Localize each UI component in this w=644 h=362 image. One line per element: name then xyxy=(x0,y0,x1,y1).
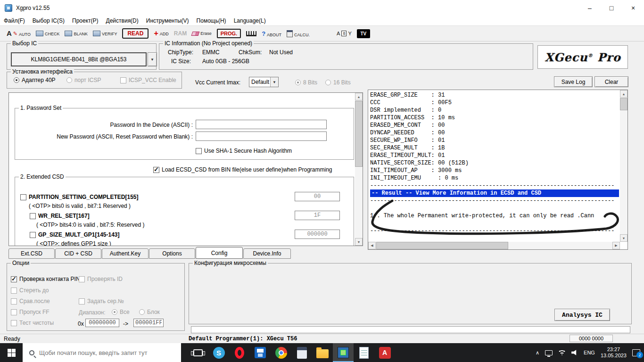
scrollbar-thumb[interactable] xyxy=(376,242,508,249)
tab-ext-csd[interactable]: Ext.CSD xyxy=(8,248,55,259)
icsp-vcc-checkbox[interactable]: ICSP_VCC Enable xyxy=(120,77,176,83)
log-vscrollbar[interactable] xyxy=(620,90,627,242)
speaker-icon[interactable] xyxy=(571,350,578,356)
taskbar-app-xgpro[interactable] xyxy=(333,343,354,362)
calculator-button[interactable]: CALCU. xyxy=(287,30,310,37)
gp-size-mult-checkbox[interactable]: GP_SIZE_MULT_GP1[145-143] xyxy=(30,231,120,238)
compare-after-checkbox[interactable]: Срав.после xyxy=(11,298,50,304)
scroll-left-button[interactable]: ◀ xyxy=(368,242,376,249)
taskbar-app-skype[interactable]: S xyxy=(208,343,229,362)
menu-project[interactable]: Проект(P) xyxy=(68,17,102,24)
pin-check-checkbox[interactable]: Проверка контакта PIN xyxy=(11,276,80,282)
erase-button[interactable]: Erase xyxy=(192,31,212,36)
tray-chevron-icon[interactable]: ∧ xyxy=(536,350,539,356)
device-password-input[interactable] xyxy=(196,120,327,129)
scroll-right-button[interactable]: ▶ xyxy=(612,242,620,249)
erase-to-checkbox[interactable]: Стереть до xyxy=(11,287,49,294)
bits8-radio[interactable]: 8 Bits xyxy=(295,79,317,86)
purity-test-checkbox[interactable]: Тест чистоты xyxy=(11,320,54,326)
clock[interactable]: 23:27 13.05.2023 xyxy=(601,346,627,359)
log-separator: ----------------------------------------… xyxy=(370,197,619,205)
bits16-radio[interactable]: 16 Bits xyxy=(325,79,351,86)
range-block-radio[interactable]: Блок xyxy=(139,309,160,315)
minimize-button[interactable]: – xyxy=(579,0,601,16)
taskbar-search[interactable] xyxy=(23,343,181,362)
menu-actions[interactable]: Действия(D) xyxy=(102,17,142,24)
close-button[interactable]: × xyxy=(622,0,644,16)
prog-button[interactable]: PROG. xyxy=(217,29,241,38)
tv-button[interactable]: TV xyxy=(357,29,370,38)
clear-button[interactable]: Clear xyxy=(594,76,628,87)
menu-file[interactable]: Файл(F) xyxy=(0,17,29,24)
sha1-checkbox[interactable]: Use SHA-1 Secure Hash Algorithm xyxy=(196,148,292,154)
taskbar-app-acrobat[interactable]: A xyxy=(374,343,395,362)
read-button[interactable]: READ xyxy=(122,28,149,39)
scroll-up-button[interactable]: ▲ xyxy=(355,93,363,100)
skip-ff-checkbox[interactable]: Пропуск FF xyxy=(11,309,50,315)
gp-size-mult-value[interactable] xyxy=(295,230,340,239)
save-log-button[interactable]: Save Log xyxy=(554,76,593,87)
check-button[interactable]: CHECK xyxy=(36,31,60,36)
start-button[interactable] xyxy=(0,343,23,362)
scrollbar-thumb[interactable] xyxy=(355,101,363,167)
load-ecsd-checkbox[interactable]: Load ECSD_CSD from BIN file(else user de… xyxy=(153,166,332,173)
pencil-icon: ✎ xyxy=(13,31,17,37)
statusbar: Ready Default Programmer(1): XGecu T56 xyxy=(0,334,644,343)
address-from-input[interactable] xyxy=(85,319,119,327)
taskbar-app-calculator[interactable] xyxy=(291,343,312,362)
wr-rel-set-value[interactable] xyxy=(295,211,340,220)
tab-cid-csd[interactable]: CID + CSD xyxy=(55,248,101,259)
scrollbar-thumb[interactable] xyxy=(620,98,627,110)
log-result-line: -- Result -- View More Information in EC… xyxy=(370,189,619,197)
tab-options[interactable]: Options xyxy=(149,248,195,259)
range-all-radio[interactable]: Все xyxy=(112,309,130,315)
check-id-checkbox[interactable]: Проверять ID xyxy=(79,276,123,282)
ram-button[interactable]: RAM xyxy=(174,30,187,37)
task-view-button[interactable] xyxy=(188,343,208,362)
socket-button[interactable] xyxy=(246,31,256,36)
taskbar-app-chrome[interactable] xyxy=(271,343,291,362)
partition-setting-checkbox[interactable]: PARTITION_SETTING_COMPLETED[155] xyxy=(20,194,138,200)
taskbar-app-opera[interactable] xyxy=(229,343,250,362)
about-button[interactable]: ? ABOUT xyxy=(262,30,281,37)
tab-config[interactable]: Config xyxy=(196,247,243,259)
adapter-40p-radio[interactable]: Адаптер 40P xyxy=(14,77,56,83)
blank-button[interactable]: BLANK xyxy=(65,31,88,36)
maximize-button[interactable]: □ xyxy=(601,0,622,16)
ic-select-combo[interactable]: KLM8G1GEME-B041_8Bit @BGA153 xyxy=(11,52,147,66)
search-input[interactable] xyxy=(39,349,176,356)
analyze-ic-button[interactable]: Analysys IC xyxy=(554,309,610,321)
menu-select-ic[interactable]: Выбор IC(S) xyxy=(29,17,68,24)
add-button[interactable]: + ADD xyxy=(154,31,168,36)
vcc-current-select[interactable]: Default ▼ xyxy=(249,77,279,87)
scroll-down-button[interactable]: ▼ xyxy=(355,238,363,246)
window-controls: – □ × xyxy=(579,0,644,16)
log-parameters: ERASE_GRP_SIZE : 31CCC : 00F5DSR impleme… xyxy=(370,91,619,182)
scroll-up-button[interactable]: ▲ xyxy=(620,90,627,98)
tab-device-info[interactable]: Device.Info xyxy=(243,248,291,259)
erase-label: Erase xyxy=(200,31,212,36)
taskbar-app-save[interactable] xyxy=(250,343,271,362)
taskbar-app-notepad[interactable] xyxy=(354,343,374,362)
taskbar-app-explorer[interactable] xyxy=(312,343,333,362)
new-password-input[interactable] xyxy=(196,132,327,141)
verify-button[interactable]: VERIFY xyxy=(93,31,117,36)
menu-tools[interactable]: Инструменты(V) xyxy=(142,17,193,24)
ic-select-dropdown-button[interactable]: ▼ xyxy=(148,52,157,66)
address-to-input[interactable] xyxy=(133,319,164,327)
wifi-icon[interactable] xyxy=(558,350,566,355)
menu-language[interactable]: Language(L) xyxy=(230,17,270,24)
tab-authent-key[interactable]: Authent.Key xyxy=(102,248,149,259)
scroll-down-button[interactable]: ▼ xyxy=(620,234,627,242)
wr-rel-set-checkbox[interactable]: WR_REL_SET[167] xyxy=(30,213,90,219)
auto-button[interactable]: A ✎ AUTO xyxy=(7,30,31,37)
partition-setting-value[interactable] xyxy=(295,192,340,201)
network-icon[interactable] xyxy=(545,350,553,355)
menu-help[interactable]: Помощь(H) xyxy=(193,17,230,24)
icsp-port-radio[interactable]: порт ICSP xyxy=(66,77,101,83)
serial-number-checkbox[interactable]: Задать сер.№ xyxy=(79,298,124,304)
action-center-icon[interactable]: 2 xyxy=(632,349,640,356)
language-indicator[interactable]: ENG xyxy=(584,350,595,355)
logic-test-button[interactable]: A 8 Y xyxy=(337,31,352,36)
system-tray: ∧ ENG 23:27 13.05.2023 2 xyxy=(536,346,644,359)
